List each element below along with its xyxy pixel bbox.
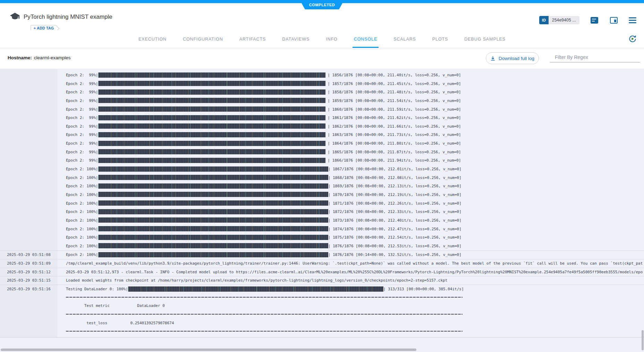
log-row: Epoch 2: 100%|| 1872/1876 [00:08<00:00, … [0,208,644,216]
tab-execution[interactable]: EXECUTION [138,30,167,48]
log-row: 2025-03-29 03:51:15Loaded model weights … [0,276,644,285]
tab-artifacts[interactable]: ARTIFACTS [239,30,266,48]
log-row: Epoch 2: 99%| | 1861/1876 [00:08<00:00, … [0,114,644,122]
progress-bar [98,98,325,103]
log-row: Epoch 2: 99%| | 1862/1876 [00:08<00:00, … [0,122,644,131]
download-label: Download full log [499,56,534,61]
log-row: Epoch 2: 99%| | 1863/1876 [00:08<00:00, … [0,131,644,139]
progress-bar [98,192,328,197]
log-row: 2025-03-29 03:51:09/tmp/clearml_example_… [0,259,644,268]
progress-bar [98,72,325,78]
log-row: Epoch 2: 100%|| 1873/1876 [00:08<00:00, … [0,216,644,225]
progress-bar [98,106,325,112]
tab-plots[interactable]: PLOTS [432,30,448,48]
log-row: Test metric DataLoader 0 [0,302,644,310]
log-row: Epoch 2: 100%|| 1876/1876 [00:08<00:00, … [0,242,644,251]
progress-bar [98,200,328,206]
log-row: 2025-03-29 03:51:122025-03-29 03:51:12,9… [0,268,644,276]
log-row: Epoch 2: 100%|| 1875/1876 [00:08<00:00, … [0,233,644,242]
task-title: PyTorch lightning MNIST example [24,14,112,20]
log-rule-row [0,293,644,302]
add-tag-label: + ADD TAG [34,26,54,30]
log-row: 2025-03-29 03:51:16Testing DataLoader 0:… [0,285,644,293]
log-row: test_loss 0.25401392579078674 [0,319,644,328]
details-panel-button[interactable] [609,16,618,25]
progress-bar [98,132,325,137]
log-row: Epoch 2: 100%|| 1868/1876 [00:08<00:00, … [0,174,644,182]
clearml-task-page: COMPLETED PyTorch lightning MNIST exampl… [0,0,644,352]
log-rule-row [0,310,644,319]
log-row: Epoch 2: 100%|| 1874/1876 [00:08<00:00, … [0,225,644,234]
progress-bar [98,166,328,172]
console-toolbar: Hostname:clearml-examples Download full … [0,49,644,69]
auto-refresh-button[interactable] [628,34,637,45]
progress-bar [98,217,328,223]
log-row: Epoch 2: 99%| | 1866/1876 [00:08<00:00, … [0,156,644,165]
progress-bar [98,141,325,146]
split-panel-icon [610,17,618,24]
log-divider [66,297,463,298]
comment-lines-icon [591,17,598,24]
log-row: Epoch 2: 99%| | 1858/1876 [00:08<00:00, … [0,88,644,97]
progress-bar [98,123,325,129]
progress-bar [98,89,325,95]
task-menu-button[interactable] [629,17,636,23]
progress-bar [128,286,383,292]
log-row: Epoch 2: 100%|| 1871/1876 [00:08<00:00, … [0,199,644,208]
tab-console[interactable]: CONSOLE [354,30,377,48]
log-row: 2025-03-29 03:51:08Epoch 2: 100%|| 1876/… [0,250,644,259]
task-id-chip[interactable]: ID 254e9405 ... [539,16,579,24]
task-type-icon [10,12,20,23]
header-actions: ID 254e9405 ... [539,16,636,25]
tab-scalars[interactable]: SCALARS [393,30,416,48]
progress-bar [98,252,328,257]
tab-dataviews[interactable]: DATAVIEWS [282,30,310,48]
log-row: Epoch 2: 99%| | 1857/1876 [00:08<00:00, … [0,80,644,88]
log-row: Epoch 2: 100%|| 1867/1876 [00:08<00:00, … [0,165,644,174]
progress-bar [98,235,328,240]
console-footer [0,337,644,352]
log-row: Epoch 2: 99%| | 1859/1876 [00:08<00:00, … [0,97,644,105]
log-timestamp: 2025-03-29 03:51:12 [7,268,51,276]
progress-bar [98,175,328,180]
log-divider [66,331,463,332]
comments-button[interactable] [590,16,599,25]
hamburger-icon [629,17,636,18]
hostname-value: clearml-examples [34,55,71,60]
progress-bar [98,226,328,231]
hostname-label: Hostname: [8,55,32,60]
vertical-scrollbar[interactable] [642,330,644,350]
tab-bar: EXECUTIONCONFIGURATIONARTIFACTSDATAVIEWS… [0,30,644,48]
log-timestamp: 2025-03-29 03:51:16 [7,285,51,293]
progress-bar [98,243,328,248]
download-icon [490,56,495,61]
status-badge: COMPLETED [300,0,344,9]
id-value: 254e9405 ... [549,16,579,24]
id-badge: ID [539,16,549,24]
horizontal-scrollbar[interactable] [1,349,416,351]
hostname: Hostname:clearml-examples [8,55,71,60]
tab-debug-samples[interactable]: DEBUG SAMPLES [464,30,506,48]
log-row: Epoch 2: 99%| | 1860/1876 [00:08<00:00, … [0,105,644,114]
filter-field [550,52,640,62]
filter-regex-input[interactable] [550,52,640,62]
log-row: Epoch 2: 99%| | 1856/1876 [00:08<00:00, … [0,71,644,80]
tab-configuration[interactable]: CONFIGURATION [183,30,223,48]
log-timestamp: 2025-03-29 03:51:09 [7,259,51,268]
tab-info[interactable]: INFO [326,30,337,48]
progress-bar [98,149,325,154]
log-row: Epoch 2: 100%|| 1870/1876 [00:08<00:00, … [0,191,644,199]
progress-bar [98,81,325,86]
console-log-area[interactable]: Epoch 2: 99%| | 1856/1876 [00:08<00:00, … [0,69,644,337]
log-timestamp: 2025-03-29 03:51:08 [7,251,51,259]
progress-bar [98,209,328,214]
download-full-log-button[interactable]: Download full log [486,52,539,64]
log-row: Epoch 2: 100%|| 1869/1876 [00:08<00:00, … [0,182,644,191]
log-timestamp: 2025-03-29 03:51:15 [7,276,51,285]
log-row: Epoch 2: 99%| | 1864/1876 [00:08<00:00, … [0,139,644,148]
log-rule-row [0,327,644,336]
log-row: Epoch 2: 99%| | 1865/1876 [00:08<00:00, … [0,148,644,157]
progress-bar [98,158,325,163]
log-divider [66,314,463,315]
console-log: Epoch 2: 99%| | 1856/1876 [00:08<00:00, … [0,69,644,336]
